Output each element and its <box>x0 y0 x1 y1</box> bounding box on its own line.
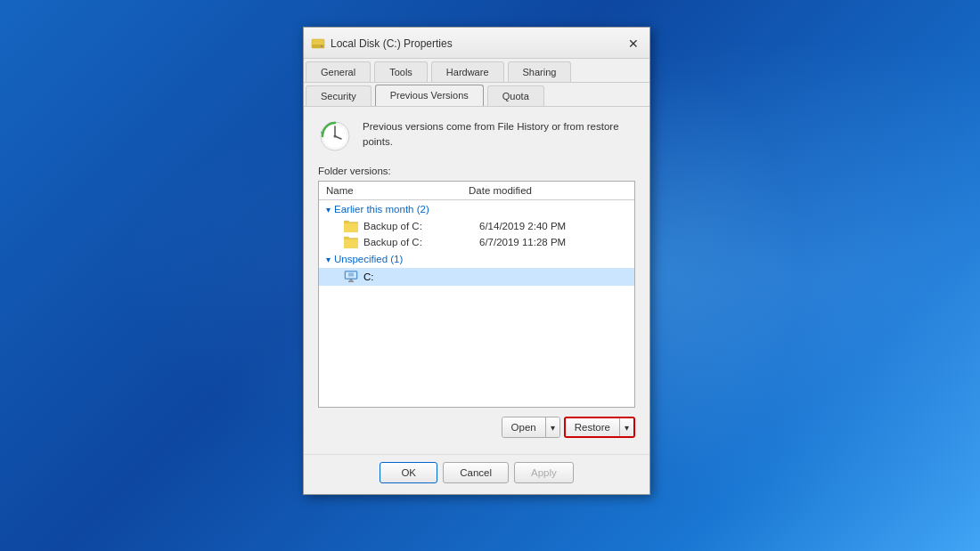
versions-list[interactable]: Name Date modified ▾ Earlier this month … <box>318 181 635 408</box>
column-date: Date modified <box>469 185 627 196</box>
tab-general[interactable]: General <box>306 61 371 82</box>
list-item[interactable]: Backup of C: 6/7/2019 11:28 PM <box>319 234 634 250</box>
apply-button[interactable]: Apply <box>514 462 574 483</box>
open-button[interactable]: Open <box>502 417 546 437</box>
close-button[interactable]: ✕ <box>625 35 642 53</box>
group-unspecified-label: Unspecified (1) <box>334 254 403 264</box>
info-description: Previous versions come from File History… <box>363 119 635 150</box>
item-date: 6/7/2019 11:28 PM <box>479 237 627 247</box>
group-earlier-label: Earlier this month (2) <box>334 204 429 215</box>
restore-split-button: Restore ▾ <box>564 417 635 438</box>
group-unspecified[interactable]: ▾ Unspecified (1) <box>319 250 634 268</box>
restore-button[interactable]: Restore <box>566 418 620 436</box>
computer-icon <box>344 271 358 283</box>
item-name: C: <box>363 271 479 282</box>
item-name: Backup of C: <box>363 237 479 247</box>
column-name: Name <box>326 185 469 196</box>
list-header: Name Date modified <box>319 182 634 200</box>
tabs-row2: Security Previous Versions Quota <box>304 83 649 107</box>
folder-icon <box>344 236 358 248</box>
tab-hardware[interactable]: Hardware <box>431 61 504 82</box>
item-date: 6/14/2019 2:40 PM <box>479 221 627 231</box>
chevron-down-icon: ▾ <box>326 255 331 264</box>
title-bar: Local Disk (C:) Properties ✕ <box>304 28 649 59</box>
dialog-title: Local Disk (C:) Properties <box>331 37 453 50</box>
info-section: Previous versions come from File History… <box>318 119 635 153</box>
cancel-button[interactable]: Cancel <box>443 462 509 483</box>
tabs-row1: General Tools Hardware Sharing <box>304 59 649 83</box>
ok-button[interactable]: OK <box>380 462 437 483</box>
dialog-footer: OK Cancel Apply <box>304 454 649 494</box>
folder-versions-label: Folder versions: <box>318 166 635 176</box>
restore-dropdown-arrow[interactable]: ▾ <box>620 418 633 436</box>
tab-security[interactable]: Security <box>306 85 372 106</box>
action-buttons-row: Open ▾ Restore ▾ <box>318 417 635 438</box>
list-item[interactable]: Backup of C: 6/14/2019 2:40 PM <box>319 218 634 234</box>
tab-quota[interactable]: Quota <box>487 85 544 106</box>
svg-rect-12 <box>348 281 354 283</box>
item-name: Backup of C: <box>363 221 479 231</box>
list-item-selected[interactable]: C: <box>319 268 634 286</box>
file-history-icon <box>318 119 352 153</box>
svg-point-7 <box>334 135 337 138</box>
group-earlier-this-month[interactable]: ▾ Earlier this month (2) <box>319 200 634 218</box>
tab-sharing[interactable]: Sharing <box>508 61 572 82</box>
chevron-down-icon: ▾ <box>326 205 331 215</box>
open-dropdown-arrow[interactable]: ▾ <box>546 417 559 437</box>
open-split-button: Open ▾ <box>502 417 560 438</box>
tab-previous-versions[interactable]: Previous Versions <box>375 85 484 106</box>
svg-rect-11 <box>350 280 353 281</box>
folder-icon <box>344 220 358 232</box>
properties-dialog: Local Disk (C:) Properties ✕ General Too… <box>303 27 650 495</box>
title-bar-left: Local Disk (C:) Properties <box>311 36 453 51</box>
tab-tools[interactable]: Tools <box>374 61 428 82</box>
drive-icon <box>311 36 325 51</box>
tab-content: Previous versions come from File History… <box>304 107 649 454</box>
svg-rect-13 <box>348 273 354 277</box>
svg-point-2 <box>321 45 323 47</box>
